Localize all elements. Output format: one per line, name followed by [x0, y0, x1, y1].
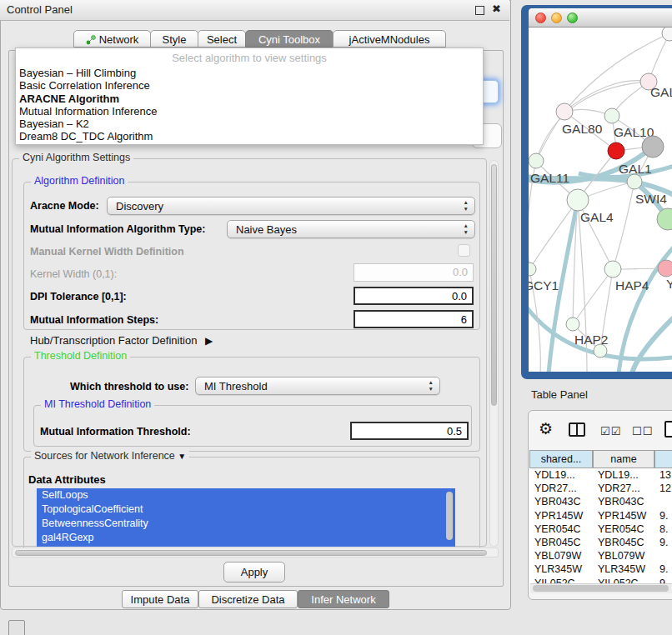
- table-cell[interactable]: YDL19...: [529, 468, 593, 482]
- table-cell[interactable]: YDR27...: [529, 482, 593, 495]
- mac-close-button[interactable]: [535, 12, 546, 23]
- minimized-window-icon[interactable]: [8, 620, 25, 635]
- manual-kernel-width-checkbox[interactable]: [458, 244, 470, 257]
- table-column-header[interactable]: shared...: [529, 450, 593, 468]
- algorithm-option[interactable]: Bayesian – K2: [19, 118, 479, 130]
- table-row[interactable]: YBR045CYBR045C9.: [529, 536, 672, 549]
- table-cell[interactable]: YBR043C: [593, 495, 654, 508]
- attribute-list-scrollbar[interactable]: [446, 492, 453, 540]
- table-cell[interactable]: YBR045C: [593, 536, 654, 549]
- mi-steps-field[interactable]: 6: [354, 310, 474, 328]
- data-attribute-item[interactable]: BetweennessCentrality: [37, 517, 455, 531]
- table-row[interactable]: YER054CYER054C8.: [529, 522, 672, 536]
- table-cell[interactable]: 9: [654, 577, 672, 584]
- collapse-down-icon[interactable]: ▼: [178, 452, 186, 461]
- network-node[interactable]: [657, 208, 672, 230]
- table-cell[interactable]: 8.: [654, 522, 672, 536]
- table-row[interactable]: YLR345WYLR345W9.: [529, 562, 672, 576]
- hub-definition-toggle[interactable]: Hub/Transcription Factor Definition ▶: [30, 334, 213, 347]
- network-node-gcy1[interactable]: [529, 262, 536, 276]
- table-column-header[interactable]: [654, 450, 672, 468]
- algorithm-option[interactable]: ARACNE Algorithm: [19, 92, 479, 105]
- table-cell[interactable]: YLR345W: [593, 562, 654, 576]
- table-cell[interactable]: 9.: [654, 536, 672, 549]
- table-column-header[interactable]: name: [593, 450, 654, 468]
- tab-discretize-data[interactable]: Discretize Data: [198, 590, 298, 608]
- which-threshold-combo[interactable]: MI Threshold ▲▼: [195, 377, 440, 395]
- network-node-swi4[interactable]: [627, 174, 642, 189]
- table-row[interactable]: YPR145WYPR145W9.: [529, 509, 672, 522]
- tab-cyni-toolbox[interactable]: Cyni Toolbox: [245, 30, 333, 48]
- column-layout-icon[interactable]: [569, 422, 585, 437]
- data-attribute-item[interactable]: gal4RGexp: [37, 531, 455, 545]
- table-cell[interactable]: YBL079W: [529, 549, 593, 562]
- network-node-gal11[interactable]: [529, 153, 544, 168]
- table-cell[interactable]: 13: [654, 468, 672, 482]
- apply-button[interactable]: Apply: [223, 562, 285, 582]
- table-cell[interactable]: YER054C: [529, 522, 593, 536]
- mac-minimize-button[interactable]: [551, 12, 562, 23]
- network-edge[interactable]: [564, 81, 649, 112]
- network-node[interactable]: [642, 136, 664, 158]
- table-cell[interactable]: YBR045C: [529, 536, 593, 549]
- table-cell[interactable]: YIL052C: [529, 577, 593, 584]
- table-cell[interactable]: YDL19...: [593, 468, 654, 482]
- tab-infer-network[interactable]: Infer Network: [298, 590, 389, 608]
- table-horizontal-scrollbar-thumb[interactable]: [533, 585, 669, 592]
- mac-zoom-button[interactable]: [567, 12, 578, 23]
- table-row[interactable]: YDL19...YDL19...13: [529, 468, 672, 482]
- tab-network[interactable]: Network: [73, 30, 151, 48]
- table-cell[interactable]: YIL052C: [593, 577, 654, 584]
- mi-algorithm-type-combo[interactable]: Naive Bayes ▲▼: [227, 220, 475, 238]
- tab-select[interactable]: Select: [198, 30, 246, 48]
- network-edge[interactable]: [573, 269, 613, 324]
- dpi-tolerance-field[interactable]: 0.0: [354, 287, 474, 305]
- table-cell[interactable]: YBL079W: [593, 549, 654, 562]
- network-edge[interactable]: [613, 182, 634, 269]
- close-icon[interactable]: ✖: [492, 2, 501, 15]
- algorithm-option[interactable]: Bayesian – Hill Climbing: [19, 67, 479, 79]
- algorithm-option[interactable]: Mutual Information Inference: [19, 105, 479, 118]
- deselect-all-checkboxes-icon[interactable]: ☐☐: [632, 425, 653, 438]
- table-cell[interactable]: YLR345W: [529, 562, 593, 576]
- network-node-y[interactable]: [658, 260, 672, 277]
- data-attributes-list[interactable]: SelfLoopsTopologicalCoefficientBetweenne…: [37, 488, 455, 547]
- table-row[interactable]: YDR27...YDR27...12: [529, 482, 672, 495]
- table-cell[interactable]: 9.: [654, 509, 672, 522]
- tab-impute-data[interactable]: Impute Data: [122, 590, 198, 608]
- settings-vertical-scrollbar-thumb[interactable]: [491, 164, 497, 406]
- control-panel-titlebar[interactable]: Control Panel ✖: [0, 0, 509, 21]
- network-node-gal4[interactable]: [567, 189, 589, 211]
- table-cell[interactable]: YBR043C: [529, 495, 593, 508]
- network-node[interactable]: [662, 27, 672, 41]
- table-cell[interactable]: YDR27...: [593, 482, 654, 495]
- table-row[interactable]: YBL079WYBL079W: [529, 549, 672, 562]
- network-node-hap2[interactable]: [566, 318, 579, 331]
- table-cell[interactable]: YPR145W: [529, 509, 593, 522]
- aracne-mode-combo[interactable]: Discovery ▲▼: [107, 197, 475, 215]
- network-window-titlebar[interactable]: [529, 8, 672, 28]
- tab-style[interactable]: Style: [150, 30, 198, 48]
- data-attribute-item[interactable]: SelfLoops: [37, 488, 455, 502]
- network-node-hap4[interactable]: [604, 261, 621, 278]
- network-edge[interactable]: [632, 314, 672, 372]
- document-icon[interactable]: [664, 421, 672, 438]
- settings-horizontal-scrollbar-thumb[interactable]: [15, 550, 487, 556]
- network-node[interactable]: [594, 344, 607, 358]
- settings-horizontal-scrollbar[interactable]: [12, 548, 499, 558]
- network-canvas[interactable]: GALGAL80GAL10GAL1GAL11GAL4SWI4GCY1HAP4YH…: [529, 27, 672, 372]
- network-node-gal10[interactable]: [604, 108, 619, 123]
- table-row[interactable]: YIL052CYIL052C9: [529, 577, 672, 584]
- kernel-width-field[interactable]: 0.0: [354, 263, 474, 282]
- data-attribute-item[interactable]: TopologicalCoefficient: [37, 502, 455, 517]
- network-node-gal80[interactable]: [556, 103, 573, 120]
- float-window-icon[interactable]: [475, 6, 484, 15]
- algorithm-option[interactable]: Dream8 DC_TDC Algorithm: [19, 130, 479, 142]
- network-canvas-svg[interactable]: GALGAL80GAL10GAL1GAL11GAL4SWI4GCY1HAP4YH…: [529, 27, 672, 372]
- table-cell[interactable]: YPR145W: [593, 509, 654, 522]
- network-node-gal1[interactable]: [608, 142, 624, 159]
- table-row[interactable]: YBR043CYBR043C: [529, 495, 672, 508]
- table-cell[interactable]: 12: [654, 482, 672, 495]
- table-cell[interactable]: YER054C: [593, 522, 654, 536]
- algorithm-option[interactable]: Basic Correlation Inference: [19, 79, 479, 92]
